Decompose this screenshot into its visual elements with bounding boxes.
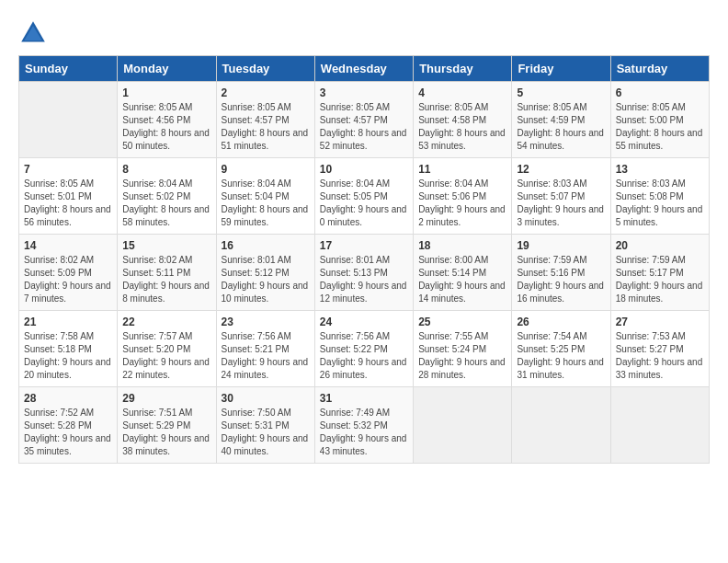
day-number: 31: [320, 392, 408, 405]
calendar-cell: 23Sunrise: 7:56 AMSunset: 5:21 PMDayligh…: [216, 311, 314, 387]
calendar-cell: 22Sunrise: 7:57 AMSunset: 5:20 PMDayligh…: [118, 311, 216, 387]
day-number: 1: [122, 86, 210, 99]
calendar-cell: 9Sunrise: 8:04 AMSunset: 5:04 PMDaylight…: [216, 158, 314, 235]
day-number: 25: [418, 316, 506, 328]
day-info: Sunrise: 8:01 AMSunset: 5:13 PMDaylight:…: [320, 254, 408, 305]
day-number: 29: [122, 392, 210, 405]
day-info: Sunrise: 7:58 AMSunset: 5:18 PMDaylight:…: [24, 330, 112, 382]
calendar-week-row: 1Sunrise: 8:05 AMSunset: 4:56 PMDaylight…: [19, 82, 710, 158]
day-info: Sunrise: 8:05 AMSunset: 4:59 PMDaylight:…: [517, 101, 605, 153]
calendar-cell: 19Sunrise: 7:59 AMSunset: 5:16 PMDayligh…: [512, 235, 610, 311]
day-info: Sunrise: 7:49 AMSunset: 5:32 PMDaylight:…: [320, 407, 408, 458]
day-info: Sunrise: 8:05 AMSunset: 4:57 PMDaylight:…: [222, 101, 310, 153]
day-info: Sunrise: 7:56 AMSunset: 5:22 PMDaylight:…: [320, 330, 408, 382]
day-info: Sunrise: 8:05 AMSunset: 4:58 PMDaylight:…: [418, 101, 506, 153]
calendar-cell: 26Sunrise: 7:54 AMSunset: 5:25 PMDayligh…: [512, 311, 610, 387]
weekday-header-thursday: Thursday: [414, 56, 512, 82]
day-number: 15: [122, 239, 210, 252]
calendar-cell: 10Sunrise: 8:04 AMSunset: 5:05 PMDayligh…: [314, 158, 413, 235]
calendar-cell: 13Sunrise: 8:03 AMSunset: 5:08 PMDayligh…: [610, 158, 709, 235]
calendar-cell: 4Sunrise: 8:05 AMSunset: 4:58 PMDaylight…: [414, 82, 512, 158]
calendar-cell: [414, 387, 512, 464]
day-number: 13: [616, 163, 704, 176]
calendar-cell: 1Sunrise: 8:05 AMSunset: 4:56 PMDaylight…: [118, 82, 216, 158]
day-number: 14: [24, 239, 112, 252]
day-info: Sunrise: 7:59 AMSunset: 5:17 PMDaylight:…: [616, 254, 704, 305]
day-number: 27: [616, 316, 704, 328]
calendar-cell: [512, 387, 610, 464]
day-number: 9: [222, 163, 310, 176]
weekday-header-saturday: Saturday: [610, 56, 709, 82]
calendar-cell: 16Sunrise: 8:01 AMSunset: 5:12 PMDayligh…: [216, 235, 314, 311]
day-number: 28: [24, 392, 112, 405]
calendar-cell: 3Sunrise: 8:05 AMSunset: 4:57 PMDaylight…: [314, 82, 413, 158]
calendar-week-row: 7Sunrise: 8:05 AMSunset: 5:01 PMDaylight…: [19, 158, 710, 235]
page-header: [18, 18, 710, 48]
calendar-cell: 21Sunrise: 7:58 AMSunset: 5:18 PMDayligh…: [19, 311, 118, 387]
calendar-cell: 20Sunrise: 7:59 AMSunset: 5:17 PMDayligh…: [610, 235, 709, 311]
weekday-header-monday: Monday: [118, 56, 216, 82]
calendar-cell: 17Sunrise: 8:01 AMSunset: 5:13 PMDayligh…: [314, 235, 413, 311]
day-number: 19: [517, 239, 605, 252]
calendar-cell: 6Sunrise: 8:05 AMSunset: 5:00 PMDaylight…: [610, 82, 709, 158]
day-number: 20: [616, 239, 704, 252]
day-info: Sunrise: 7:55 AMSunset: 5:24 PMDaylight:…: [418, 330, 506, 382]
calendar-cell: 2Sunrise: 8:05 AMSunset: 4:57 PMDaylight…: [216, 82, 314, 158]
day-info: Sunrise: 8:03 AMSunset: 5:08 PMDaylight:…: [616, 178, 704, 229]
calendar-cell: 14Sunrise: 8:02 AMSunset: 5:09 PMDayligh…: [19, 235, 118, 311]
day-info: Sunrise: 7:51 AMSunset: 5:29 PMDaylight:…: [122, 407, 210, 458]
day-info: Sunrise: 7:54 AMSunset: 5:25 PMDaylight:…: [517, 330, 605, 382]
calendar-cell: 18Sunrise: 8:00 AMSunset: 5:14 PMDayligh…: [414, 235, 512, 311]
day-info: Sunrise: 8:00 AMSunset: 5:14 PMDaylight:…: [418, 254, 506, 305]
day-info: Sunrise: 8:05 AMSunset: 5:00 PMDaylight:…: [616, 101, 704, 153]
day-number: 12: [517, 163, 605, 176]
day-number: 30: [222, 392, 310, 405]
day-number: 7: [24, 163, 112, 176]
calendar-cell: 24Sunrise: 7:56 AMSunset: 5:22 PMDayligh…: [314, 311, 413, 387]
calendar-cell: 27Sunrise: 7:53 AMSunset: 5:27 PMDayligh…: [610, 311, 709, 387]
day-info: Sunrise: 8:02 AMSunset: 5:11 PMDaylight:…: [122, 254, 210, 305]
day-info: Sunrise: 7:53 AMSunset: 5:27 PMDaylight:…: [616, 330, 704, 382]
calendar-cell: 5Sunrise: 8:05 AMSunset: 4:59 PMDaylight…: [512, 82, 610, 158]
day-number: 11: [418, 163, 506, 176]
day-info: Sunrise: 8:05 AMSunset: 4:57 PMDaylight:…: [320, 101, 408, 153]
day-number: 3: [320, 86, 408, 99]
day-info: Sunrise: 7:56 AMSunset: 5:21 PMDaylight:…: [222, 330, 310, 382]
day-number: 21: [24, 316, 112, 328]
weekday-header-friday: Friday: [512, 56, 610, 82]
day-number: 24: [320, 316, 408, 328]
day-info: Sunrise: 8:02 AMSunset: 5:09 PMDaylight:…: [24, 254, 112, 305]
calendar-cell: 8Sunrise: 8:04 AMSunset: 5:02 PMDaylight…: [118, 158, 216, 235]
day-info: Sunrise: 7:50 AMSunset: 5:31 PMDaylight:…: [222, 407, 310, 458]
day-number: 22: [122, 316, 210, 328]
day-number: 6: [616, 86, 704, 99]
calendar-cell: 12Sunrise: 8:03 AMSunset: 5:07 PMDayligh…: [512, 158, 610, 235]
day-info: Sunrise: 8:04 AMSunset: 5:06 PMDaylight:…: [418, 178, 506, 229]
day-info: Sunrise: 7:59 AMSunset: 5:16 PMDaylight:…: [517, 254, 605, 305]
calendar-cell: 7Sunrise: 8:05 AMSunset: 5:01 PMDaylight…: [19, 158, 118, 235]
weekday-header-tuesday: Tuesday: [216, 56, 314, 82]
day-info: Sunrise: 8:01 AMSunset: 5:12 PMDaylight:…: [222, 254, 310, 305]
day-number: 8: [122, 163, 210, 176]
day-info: Sunrise: 8:05 AMSunset: 4:56 PMDaylight:…: [122, 101, 210, 153]
day-number: 10: [320, 163, 408, 176]
logo-icon: [18, 18, 48, 48]
day-info: Sunrise: 8:04 AMSunset: 5:02 PMDaylight:…: [122, 178, 210, 229]
calendar-cell: 31Sunrise: 7:49 AMSunset: 5:32 PMDayligh…: [314, 387, 413, 464]
calendar-cell: [19, 82, 118, 158]
day-info: Sunrise: 8:04 AMSunset: 5:04 PMDaylight:…: [222, 178, 310, 229]
day-info: Sunrise: 7:52 AMSunset: 5:28 PMDaylight:…: [24, 407, 112, 458]
day-number: 5: [517, 86, 605, 99]
day-number: 18: [418, 239, 506, 252]
calendar-cell: 29Sunrise: 7:51 AMSunset: 5:29 PMDayligh…: [118, 387, 216, 464]
day-info: Sunrise: 7:57 AMSunset: 5:20 PMDaylight:…: [122, 330, 210, 382]
day-number: 23: [222, 316, 310, 328]
calendar-cell: 30Sunrise: 7:50 AMSunset: 5:31 PMDayligh…: [216, 387, 314, 464]
day-number: 2: [222, 86, 310, 99]
day-number: 16: [222, 239, 310, 252]
day-info: Sunrise: 8:03 AMSunset: 5:07 PMDaylight:…: [517, 178, 605, 229]
calendar-cell: 11Sunrise: 8:04 AMSunset: 5:06 PMDayligh…: [414, 158, 512, 235]
calendar-cell: 15Sunrise: 8:02 AMSunset: 5:11 PMDayligh…: [118, 235, 216, 311]
calendar-week-row: 28Sunrise: 7:52 AMSunset: 5:28 PMDayligh…: [19, 387, 710, 464]
logo: [18, 18, 51, 48]
